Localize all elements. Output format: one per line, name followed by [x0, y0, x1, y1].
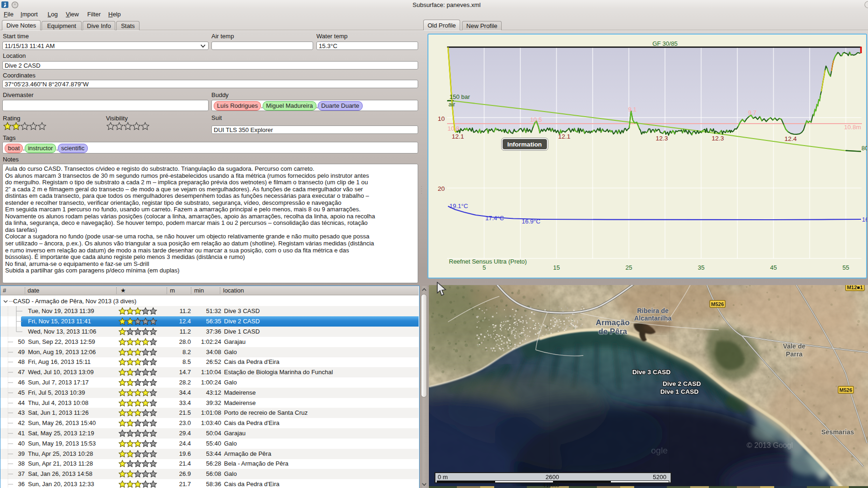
svg-text:5: 5 — [483, 264, 486, 271]
svg-text:Parra: Parra — [786, 350, 803, 358]
svg-text:17.4°C: 17.4°C — [485, 215, 504, 222]
svg-text:M526: M526 — [711, 301, 724, 307]
svg-text:12.4: 12.4 — [784, 135, 797, 142]
svg-text:Dive 2 CASD: Dive 2 CASD — [663, 380, 701, 387]
svg-text:19.1°C: 19.1°C — [449, 202, 468, 209]
svg-text:Reefnet Sensus Ultra (Preto): Reefnet Sensus Ultra (Preto) — [449, 258, 527, 265]
svg-text:Ribeira de: Ribeira de — [637, 307, 669, 314]
svg-text:10: 10 — [438, 115, 445, 122]
svg-text:15: 15 — [553, 264, 560, 271]
svg-text:10.5: 10.5 — [530, 116, 542, 123]
svg-text:55: 55 — [842, 264, 849, 271]
svg-text:air: air — [448, 101, 455, 108]
svg-text:© 2013 Googl: © 2013 Googl — [747, 441, 793, 449]
svg-text:12.3: 12.3 — [656, 135, 668, 142]
svg-text:45: 45 — [770, 264, 777, 271]
svg-text:9.7: 9.7 — [748, 109, 756, 116]
svg-text:25: 25 — [625, 264, 632, 271]
svg-text:Dive 3 CASD: Dive 3 CASD — [632, 369, 671, 376]
svg-text:Alcantarilha: Alcantarilha — [634, 314, 672, 322]
svg-text:M12■1: M12■1 — [847, 285, 863, 290]
svg-text:12.1: 12.1 — [558, 133, 570, 140]
svg-text:ogle: ogle — [651, 446, 668, 455]
svg-text:35: 35 — [698, 264, 704, 271]
svg-text:Armação: Armação — [596, 318, 630, 327]
svg-text:Sesmarias: Sesmarias — [821, 428, 854, 436]
svg-text:16: 16 — [862, 216, 867, 223]
svg-text:9.1: 9.1 — [628, 106, 637, 113]
svg-text:M526: M526 — [840, 387, 853, 393]
svg-text:Information: Information — [507, 141, 542, 148]
svg-text:de Pêra: de Pêra — [598, 327, 627, 336]
svg-text:10.8m: 10.8m — [844, 124, 861, 131]
svg-text:16.9°C: 16.9°C — [522, 218, 540, 225]
svg-text:80: 80 — [861, 145, 867, 152]
svg-text:150 bar: 150 bar — [449, 93, 470, 100]
svg-text:12.3: 12.3 — [712, 135, 724, 142]
svg-text:12.1: 12.1 — [452, 133, 464, 140]
svg-text:10.8: 10.8 — [448, 125, 459, 132]
svg-text:Dive 1 CASD: Dive 1 CASD — [660, 388, 699, 395]
svg-text:Vale de: Vale de — [783, 342, 805, 350]
svg-text:20: 20 — [438, 185, 445, 192]
svg-text:GF 30/85: GF 30/85 — [652, 40, 678, 47]
